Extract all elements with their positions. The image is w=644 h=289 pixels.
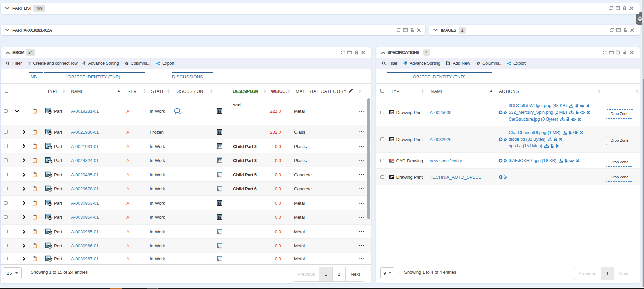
svg-text:CAD: CAD <box>390 159 394 161</box>
svg-text:2: 2 <box>84 63 85 65</box>
svg-text:2: 2 <box>405 63 407 65</box>
